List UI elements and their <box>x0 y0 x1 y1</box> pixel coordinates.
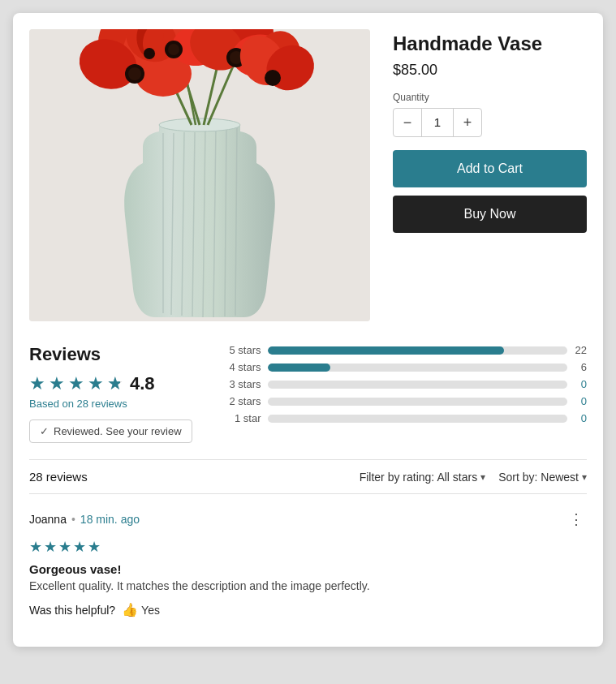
reviews-header: Reviews ★ ★ ★ ★ ★ ★ 4.8 Based on 28 revi… <box>29 344 587 443</box>
average-rating: 4.8 <box>130 373 155 394</box>
svg-point-39 <box>144 48 155 59</box>
star-1-icon: ★ <box>29 373 45 394</box>
helpful-yes-button[interactable]: 👍 Yes <box>122 602 160 617</box>
more-options-icon[interactable]: ⋮ <box>566 507 587 531</box>
review-card: Joanna • 18 min. ago ⋮ ★★★★★ Gorgeous va… <box>29 494 587 630</box>
helpful-row: Was this helpful? 👍 Yes <box>29 602 587 617</box>
star-5-half-icon: ★ ★ <box>107 373 123 394</box>
rating-bar-row: 4 stars 6 <box>225 361 587 373</box>
bar-label: 2 stars <box>225 395 261 407</box>
bar-count: 0 <box>574 395 587 407</box>
bar-track <box>268 346 567 355</box>
sort-label: Sort by: Newest <box>498 471 579 484</box>
product-info: Handmade Vase $85.00 Quantity − 1 + Add … <box>393 29 587 321</box>
review-body: Excellent quality. It matches the descri… <box>29 579 587 592</box>
bar-track <box>268 381 567 389</box>
bar-count: 6 <box>574 361 587 373</box>
bar-count: 22 <box>574 344 587 356</box>
bar-track <box>268 364 567 372</box>
product-price: $85.00 <box>393 62 587 79</box>
review-star-icon: ★ <box>44 538 57 556</box>
review-top: Joanna • 18 min. ago ⋮ <box>29 507 587 531</box>
helpful-label: Was this helpful? <box>29 604 115 617</box>
filter-label: Filter by rating: All stars <box>360 471 478 484</box>
quantity-control: − 1 + <box>393 108 482 137</box>
thumbs-up-icon: 👍 <box>122 602 138 617</box>
bar-label: 1 star <box>225 412 261 424</box>
product-card: Handmade Vase $85.00 Quantity − 1 + Add … <box>13 13 603 647</box>
filter-chevron-icon: ▾ <box>480 471 485 483</box>
reviews-summary: Reviews ★ ★ ★ ★ ★ ★ 4.8 Based on 28 revi… <box>29 344 192 443</box>
filter-button[interactable]: Filter by rating: All stars ▾ <box>360 471 486 484</box>
filter-sort-controls: Filter by rating: All stars ▾ Sort by: N… <box>360 471 587 484</box>
reviewed-text: Reviewed. See your review <box>54 425 182 437</box>
reviews-count: 28 reviews <box>29 470 88 484</box>
reviewer-time: 18 min. ago <box>80 513 140 526</box>
sort-chevron-icon: ▾ <box>582 471 587 483</box>
average-stars-row: ★ ★ ★ ★ ★ ★ 4.8 <box>29 373 192 394</box>
bar-track <box>268 398 567 406</box>
reviewer-name: Joanna <box>29 513 67 526</box>
review-star-icon: ★ <box>58 538 71 556</box>
quantity-increase-button[interactable]: + <box>454 109 481 136</box>
quantity-value: 1 <box>421 109 454 136</box>
reviewer-info: Joanna • 18 min. ago <box>29 513 140 526</box>
quantity-label: Quantity <box>393 92 587 103</box>
bar-label: 4 stars <box>225 361 261 373</box>
buy-now-button[interactable]: Buy Now <box>393 196 587 233</box>
helpful-yes-label: Yes <box>141 604 160 617</box>
quantity-decrease-button[interactable]: − <box>394 109 421 136</box>
based-on-label: Based on 28 reviews <box>29 398 192 410</box>
review-star-icon: ★ <box>88 538 101 556</box>
svg-point-20 <box>128 67 141 80</box>
sort-button[interactable]: Sort by: Newest ▾ <box>498 471 587 484</box>
star-3-icon: ★ <box>68 373 84 394</box>
rating-bar-row: 2 stars 0 <box>225 395 587 407</box>
svg-point-36 <box>265 70 281 86</box>
product-title: Handmade Vase <box>393 32 587 55</box>
svg-point-26 <box>168 44 179 55</box>
reviews-list-header: 28 reviews Filter by rating: All stars ▾… <box>29 459 587 493</box>
star-2-icon: ★ <box>49 373 65 394</box>
rating-bars: 5 stars 22 4 stars 6 3 stars 0 2 stars 0 <box>225 344 587 429</box>
bar-fill <box>268 346 505 355</box>
star-4-icon: ★ <box>88 373 104 394</box>
bar-label: 5 stars <box>225 344 261 356</box>
reviewed-badge: ✓ Reviewed. See your review <box>29 419 192 443</box>
bar-count: 0 <box>574 378 587 390</box>
bar-label: 3 stars <box>225 378 261 390</box>
review-star-icon: ★ <box>73 538 86 556</box>
checkmark-icon: ✓ <box>40 425 49 437</box>
review-star-icon: ★ <box>29 538 42 556</box>
review-title: Gorgeous vase! <box>29 562 587 576</box>
product-section: Handmade Vase $85.00 Quantity − 1 + Add … <box>29 29 587 321</box>
reviews-list: Joanna • 18 min. ago ⋮ ★★★★★ Gorgeous va… <box>29 494 587 630</box>
rating-bar-row: 1 star 0 <box>225 412 587 424</box>
review-stars: ★★★★★ <box>29 538 587 556</box>
reviewer-dot: • <box>71 513 75 526</box>
product-image <box>29 29 370 321</box>
reviews-section: Reviews ★ ★ ★ ★ ★ ★ 4.8 Based on 28 revi… <box>29 344 587 630</box>
bar-fill <box>268 364 331 372</box>
rating-bar-row: 3 stars 0 <box>225 378 587 390</box>
bar-count: 0 <box>574 412 587 424</box>
bar-track <box>268 415 567 423</box>
rating-bar-row: 5 stars 22 <box>225 344 587 356</box>
add-to-cart-button[interactable]: Add to Cart <box>393 150 587 187</box>
reviews-title: Reviews <box>29 344 192 365</box>
